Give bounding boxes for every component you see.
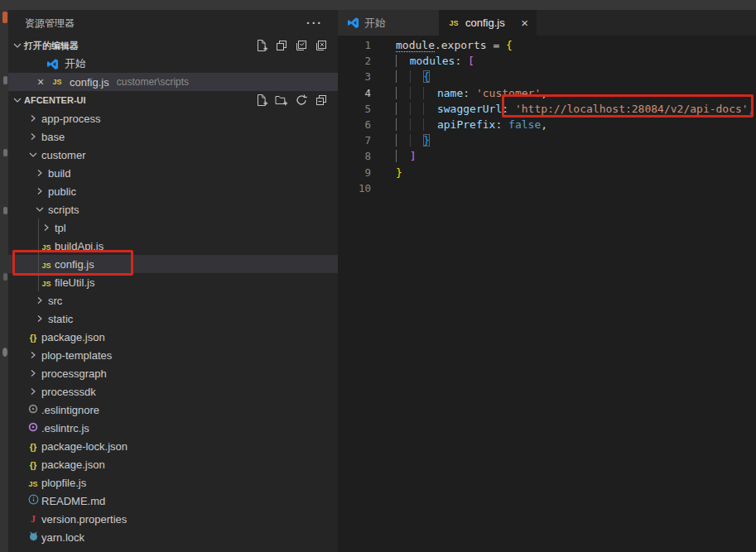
tree-item-yarn.lock[interactable]: yarn.lock xyxy=(8,528,338,546)
close-all-icon[interactable] xyxy=(315,39,328,52)
code-line-9[interactable]: 9 } xyxy=(338,165,756,180)
code-line-1[interactable]: 1 module.exports = { xyxy=(338,37,756,53)
tab-开始[interactable]: 开始 xyxy=(338,10,439,36)
code-line-2[interactable]: 2 modules: [ xyxy=(338,53,756,69)
line-number: 7 xyxy=(338,132,371,148)
code-editor[interactable]: 1 module.exports = { 2 modules: [ 3 { 4 … xyxy=(338,36,756,196)
tree-item-label: yarn.lock xyxy=(41,531,84,544)
more-actions-button[interactable]: ··· xyxy=(306,17,323,30)
editor-pane: 开始 JS config.js × 1 module.exports = { 2… xyxy=(338,10,756,552)
close-icon[interactable]: × xyxy=(521,17,528,29)
tree-item-README.md[interactable]: README.md xyxy=(8,492,338,510)
tree-item-src[interactable]: src xyxy=(8,291,338,310)
new-folder-icon[interactable] xyxy=(275,94,288,107)
activity-icon-fragment xyxy=(2,348,7,357)
tree-item-label: src xyxy=(48,295,62,307)
tree-item-scripts[interactable]: scripts xyxy=(8,200,338,218)
line-number: 2 xyxy=(338,53,371,69)
tree-item-config.js[interactable]: JS config.js xyxy=(8,255,338,273)
tree-item-label: package.json xyxy=(41,458,105,471)
code-line-7[interactable]: 7 } xyxy=(338,132,756,148)
line-number: 5 xyxy=(338,101,371,117)
tree-item-processgraph[interactable]: processgraph xyxy=(8,364,338,382)
tree-item-label: plopfile.js xyxy=(41,477,86,489)
tree-item-label: static xyxy=(48,313,73,325)
js-icon: JS xyxy=(41,276,51,289)
vscode-icon xyxy=(346,17,359,29)
tree-item-plopfile.js[interactable]: JS plopfile.js xyxy=(8,473,338,492)
activity-icon-fragment xyxy=(2,12,7,23)
tree-item-.eslintignore[interactable]: .eslintignore xyxy=(8,401,338,419)
chevron-right-icon xyxy=(33,294,46,307)
json-icon: {} xyxy=(30,331,37,343)
tree-item-package.json[interactable]: {} package.json xyxy=(8,328,338,346)
chevron-down-icon xyxy=(26,148,40,161)
chevron-down-icon xyxy=(11,39,24,52)
j-red-icon: J xyxy=(31,512,36,526)
collapse-all-icon[interactable] xyxy=(315,94,328,107)
tree-item-plop-templates[interactable]: plop-templates xyxy=(8,346,338,364)
chevron-right-icon xyxy=(26,348,40,362)
workspace-actions xyxy=(255,94,338,107)
new-file-icon[interactable] xyxy=(255,94,268,107)
tree-item-label: .eslintrc.js xyxy=(41,422,89,434)
line-number: 6 xyxy=(338,117,371,132)
tree-item-tpl[interactable]: tpl xyxy=(8,218,338,237)
explorer-sidebar: 资源管理器 ··· 打开的编辑器 开始 × JS config.js custo… xyxy=(8,10,338,552)
tree-item-customer[interactable]: customer xyxy=(8,146,338,164)
file-tree: app-process base customer build public s… xyxy=(8,109,338,546)
code-line-8[interactable]: 8 ] xyxy=(338,148,756,164)
code-line-3[interactable]: 3 { xyxy=(338,69,756,84)
title-bar xyxy=(0,0,756,10)
tree-item-build[interactable]: build xyxy=(8,164,338,182)
chevron-right-icon xyxy=(33,185,46,198)
activity-icon-fragment xyxy=(3,76,7,84)
new-file-icon[interactable] xyxy=(255,39,268,52)
tree-item-processsdk[interactable]: processsdk xyxy=(8,382,338,401)
yarn-icon xyxy=(27,530,40,545)
code-line-10[interactable]: 10 xyxy=(338,180,756,196)
tree-item-.eslintrc.js[interactable]: .eslintrc.js xyxy=(8,419,338,437)
section-header-workspace[interactable]: AFCENTER-UI xyxy=(8,91,338,109)
code-line-6[interactable]: 6 apiPrefix: false, xyxy=(338,117,756,132)
open-editor-item-开始[interactable]: 开始 xyxy=(8,55,338,73)
tree-item-base[interactable]: base xyxy=(8,127,338,146)
info-icon xyxy=(27,493,40,508)
json-icon: {} xyxy=(30,458,37,471)
toggle-layout-icon[interactable] xyxy=(275,39,288,52)
tree-item-label: fileUtil.js xyxy=(55,276,94,289)
tab-config.js[interactable]: JS config.js × xyxy=(439,10,537,36)
tree-indent-guide xyxy=(38,218,39,291)
js-icon: JS xyxy=(41,258,51,271)
code-line-4[interactable]: 4 name: 'customer', xyxy=(338,85,756,101)
tree-item-app-process[interactable]: app-process xyxy=(8,109,338,127)
tab-label: 开始 xyxy=(364,16,386,31)
save-all-icon[interactable] xyxy=(295,39,308,52)
tree-item-public[interactable]: public xyxy=(8,182,338,200)
activity-bar-sliver xyxy=(0,10,8,552)
tree-item-label: buildApi.js xyxy=(55,240,104,252)
section-header-open-editors[interactable]: 打开的编辑器 xyxy=(8,36,338,55)
code-line-5[interactable]: 5 swaggerUrl: 'http://localhost:28084/v2… xyxy=(338,101,756,117)
editor-tab-bar: 开始 JS config.js × xyxy=(338,10,756,36)
tree-item-package-lock.json[interactable]: {} package-lock.json xyxy=(8,437,338,455)
tree-item-buildApi.js[interactable]: JS buildApi.js xyxy=(8,237,338,255)
open-editor-label: config.js xyxy=(70,76,109,89)
chevron-down-icon xyxy=(11,94,24,107)
line-number: 8 xyxy=(338,148,371,164)
circle-purple-icon xyxy=(27,421,39,435)
open-editor-item-config.js[interactable]: × JS config.js customer\scripts xyxy=(8,73,338,91)
activity-icon-fragment xyxy=(3,149,7,156)
tree-item-static[interactable]: static xyxy=(8,310,338,328)
tree-item-package.json[interactable]: {} package.json xyxy=(8,455,338,473)
close-icon[interactable]: × xyxy=(35,76,46,88)
tab-label: config.js xyxy=(465,17,505,29)
vscode-icon xyxy=(46,57,59,70)
js-icon: JS xyxy=(28,477,37,489)
tree-item-version.properties[interactable]: J version.properties xyxy=(8,510,338,528)
refresh-icon[interactable] xyxy=(295,94,308,107)
tree-item-label: tpl xyxy=(55,222,66,234)
tree-item-fileUtil.js[interactable]: JS fileUtil.js xyxy=(8,273,338,291)
tree-item-label: version.properties xyxy=(41,513,127,526)
tree-item-label: customer xyxy=(41,149,85,161)
